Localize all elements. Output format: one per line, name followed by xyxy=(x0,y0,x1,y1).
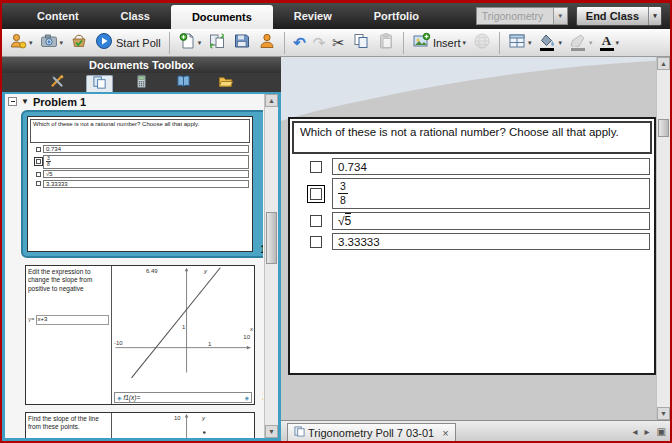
expander-arrow-icon[interactable]: ▼ xyxy=(21,98,29,106)
scroll-down-icon[interactable]: ▼ xyxy=(657,407,670,420)
variables-button[interactable] xyxy=(470,31,494,55)
option-4-checkbox[interactable] xyxy=(310,236,322,248)
graph-xmin-label: -10 xyxy=(114,340,123,346)
tab-class[interactable]: Class xyxy=(100,3,171,29)
undo-button[interactable]: ↶ xyxy=(290,31,309,55)
scroll-up-icon[interactable]: ▲ xyxy=(265,94,278,107)
end-class-dropdown-icon[interactable]: ▾ xyxy=(648,7,661,25)
page-3-preview: Find the slope of the line from these po… xyxy=(25,412,255,438)
toolbox-tab-page-sorter[interactable] xyxy=(86,75,113,92)
start-poll-label: Start Poll xyxy=(116,37,161,49)
tab-documents[interactable]: Documents xyxy=(171,5,273,29)
send-to-class-button[interactable] xyxy=(67,31,91,55)
tab-list-icon[interactable]: ▣ xyxy=(657,426,666,437)
screen-capture-button[interactable]: ▾ xyxy=(37,31,67,55)
person-icon xyxy=(258,32,276,53)
question-prompt-box[interactable]: Which of these is not a rational number?… xyxy=(292,121,652,154)
book-icon xyxy=(176,74,191,93)
page-thumbnail-1[interactable]: Which of these is not a rational number?… xyxy=(21,110,263,258)
page-number: 1 xyxy=(260,244,263,255)
insert-image-icon xyxy=(412,32,430,53)
tab-portfolio[interactable]: Portfolio xyxy=(353,3,440,29)
sorter-scrollbar[interactable]: ▲ ▼ xyxy=(264,94,278,438)
mini-question-text: Which of these is not a rational number?… xyxy=(30,119,250,143)
student-icon xyxy=(9,32,27,53)
problem-tree-item[interactable]: ▼ Problem 1 xyxy=(5,94,278,109)
tab-review[interactable]: Review xyxy=(273,3,353,29)
text-color-icon: A xyxy=(600,34,614,51)
fill-color-button[interactable]: ▾ xyxy=(535,31,565,55)
student-button[interactable]: ▾ xyxy=(6,31,36,55)
line-color-button[interactable]: ▾ xyxy=(566,31,596,55)
toolbox-tab-calculator[interactable] xyxy=(128,75,155,92)
cut-button[interactable]: ✂ xyxy=(329,31,348,55)
sync-pages-icon xyxy=(208,32,226,53)
option-2-box[interactable]: 38 xyxy=(332,178,650,209)
option-3-box[interactable]: √5 xyxy=(332,212,650,230)
save-button[interactable] xyxy=(230,31,254,55)
focus-ring xyxy=(307,185,325,203)
option-row-3: √5 xyxy=(304,212,650,230)
option-2-checkbox[interactable] xyxy=(310,188,322,200)
fill-color-icon xyxy=(538,34,556,51)
problem-label: Problem 1 xyxy=(33,96,86,108)
start-poll-button[interactable]: Start Poll xyxy=(92,31,164,55)
chevron-down-icon: ▾ xyxy=(528,39,532,47)
graph-y-axis-label: y xyxy=(202,415,205,421)
next-tab-icon[interactable]: ▸ xyxy=(645,426,650,437)
prev-tab-icon[interactable]: ◂ xyxy=(632,426,637,437)
graph-ymax-label: 10 xyxy=(174,415,181,421)
scroll-down-icon[interactable]: ▼ xyxy=(265,425,278,438)
insert-button[interactable]: Insert ▾ xyxy=(409,31,469,55)
scrollbar-thumb[interactable] xyxy=(266,212,277,264)
main-menu-bar: Content Class Documents Review Portfolio… xyxy=(2,3,670,29)
graph-xmax-label: 10 xyxy=(243,334,250,340)
scrollbar-thumb[interactable] xyxy=(658,119,669,137)
sync-document-button[interactable] xyxy=(205,31,229,55)
option-3-checkbox[interactable] xyxy=(310,215,322,227)
page-2-preview: Edit the expression to change the slope … xyxy=(25,265,255,405)
tab-content[interactable]: Content xyxy=(16,3,100,29)
graph-ytick-label: 1 xyxy=(182,324,185,330)
toolbox-tab-content[interactable] xyxy=(212,75,239,92)
toolbar-separator xyxy=(403,32,404,54)
mini-checkbox xyxy=(36,159,41,164)
option-1-checkbox[interactable] xyxy=(310,161,322,173)
toolbox-tab-tools[interactable] xyxy=(44,75,71,92)
chevron-down-icon: ▾ xyxy=(589,39,593,47)
page-thumbnail-2[interactable]: Edit the expression to change the slope … xyxy=(21,265,263,405)
close-icon[interactable]: × xyxy=(442,427,448,439)
cut-icon: ✂ xyxy=(332,35,345,50)
insert-label: Insert xyxy=(433,37,461,49)
chevron-down-icon: ▾ xyxy=(60,39,64,47)
toolbox-tab-guide[interactable] xyxy=(170,75,197,92)
toolbar-separator xyxy=(284,32,285,54)
new-document-button[interactable]: ▾ xyxy=(175,31,205,55)
redo-button[interactable]: ↷ xyxy=(310,31,329,55)
class-select[interactable]: Trigonometry ▾ xyxy=(476,7,568,25)
option-4-box[interactable]: 3.33333 xyxy=(332,233,650,250)
chevron-down-icon: ▾ xyxy=(29,39,33,47)
document-tab[interactable]: Trigonometry Poll 7 03-01 × xyxy=(287,423,456,441)
page-layout-button[interactable]: ▾ xyxy=(505,31,535,55)
save-icon xyxy=(233,32,251,53)
redo-icon: ↷ xyxy=(313,35,326,50)
option-1-box[interactable]: 0.734 xyxy=(332,158,650,175)
scroll-up-icon[interactable]: ▲ xyxy=(657,57,670,70)
end-class-button[interactable]: End Class ▾ xyxy=(576,6,662,26)
chevron-down-icon: ▾ xyxy=(198,39,202,47)
tools-icon xyxy=(50,74,65,93)
copy-button[interactable] xyxy=(349,31,373,55)
mini-option-1: 0.734 xyxy=(43,145,249,153)
class-member-button[interactable] xyxy=(255,31,279,55)
globe-icon xyxy=(473,32,491,53)
document-tab-bar: Trigonometry Poll 7 03-01 × ◂ ▸ ▣ xyxy=(281,420,670,441)
mini-checkbox xyxy=(36,172,41,177)
document-scrollbar[interactable]: ▲ ▼ xyxy=(656,57,670,420)
send-basket-icon xyxy=(70,32,88,53)
paste-button[interactable] xyxy=(374,31,398,55)
page-thumbnail-3[interactable]: Find the slope of the line from these po… xyxy=(21,412,263,438)
chevron-down-icon: ▾ xyxy=(558,39,562,47)
text-color-button[interactable]: A ▾ xyxy=(597,31,623,55)
collapse-box-icon[interactable] xyxy=(8,97,17,106)
